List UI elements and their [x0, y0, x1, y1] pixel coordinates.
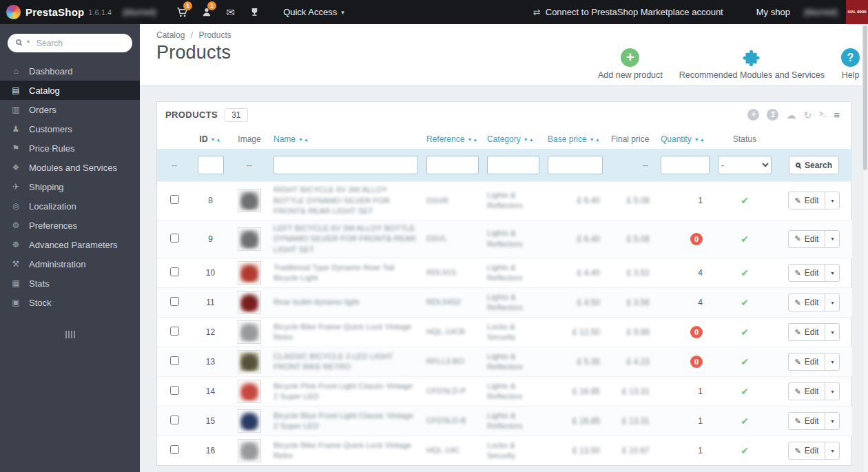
sidebar-item-dashboard[interactable]: ⌂ Dashboard — [0, 61, 140, 81]
sort-carets-icon[interactable]: ▼▲ — [590, 137, 601, 142]
search-button[interactable]: Search — [789, 156, 839, 174]
filter-quantity-input[interactable] — [661, 156, 710, 174]
product-name[interactable]: CLASSIC BICYCLE 3 LED LIGHT FRONT BIKE R… — [273, 351, 418, 373]
edit-dropdown-toggle[interactable]: ▾ — [825, 442, 839, 459]
filter-reference-input[interactable] — [426, 156, 479, 174]
filter-base-price-input[interactable] — [548, 156, 603, 174]
edit-button[interactable]: ✎Edit — [789, 353, 825, 370]
sort-carets-icon[interactable]: ▼▲ — [467, 137, 478, 142]
row-checkbox[interactable] — [170, 386, 179, 395]
sidebar-item-stats[interactable]: ▦ Stats — [0, 274, 140, 293]
sidebar-item-customers[interactable]: ♟ Customers — [0, 119, 140, 138]
col-category[interactable]: Category▼▲ — [483, 127, 544, 149]
sidebar-item-price-rules[interactable]: ⚑ Price Rules — [0, 138, 140, 158]
filter-category-input[interactable] — [487, 156, 539, 174]
product-image[interactable] — [238, 320, 261, 344]
sidebar-item-shipping[interactable]: ✈ Shipping — [0, 177, 140, 196]
sidebar-item-preferences[interactable]: ⚙ Preferences — [0, 216, 140, 235]
badges-icon[interactable] — [242, 0, 267, 24]
marketplace-link[interactable]: ⇄ Connect to PrestaShop Marketplace acco… — [533, 7, 723, 17]
cart-notifications-icon[interactable]: 1 — [170, 0, 194, 24]
breadcrumb-catalog[interactable]: Catalog — [156, 30, 185, 40]
row-checkbox[interactable] — [170, 195, 179, 204]
edit-button[interactable]: ✎Edit — [789, 192, 825, 209]
status-enabled-icon[interactable]: ✔ — [741, 195, 749, 206]
status-enabled-icon[interactable]: ✔ — [741, 297, 749, 308]
row-checkbox[interactable] — [170, 445, 179, 454]
edit-dropdown-toggle[interactable]: ▾ — [825, 265, 839, 281]
edit-dropdown-toggle[interactable]: ▾ — [825, 324, 839, 340]
status-enabled-icon[interactable]: ✔ — [741, 445, 749, 456]
refresh-icon[interactable]: ↻ — [803, 110, 812, 120]
row-checkbox[interactable] — [170, 327, 179, 336]
status-enabled-icon[interactable]: ✔ — [741, 234, 749, 245]
add-icon[interactable]: + — [747, 109, 759, 121]
col-base-price[interactable]: Base price▼▲ — [544, 127, 607, 149]
col-name[interactable]: Name▼▲ — [269, 127, 422, 149]
edit-dropdown-toggle[interactable]: ▾ — [825, 231, 839, 247]
product-image[interactable] — [238, 380, 261, 403]
sidebar-item-administration[interactable]: ⚒ Administration — [0, 254, 140, 274]
col-reference[interactable]: Reference▼▲ — [422, 127, 483, 149]
edit-button[interactable]: ✎Edit — [789, 294, 825, 311]
edit-button[interactable]: ✎Edit — [789, 324, 825, 340]
vertical-scrollbar[interactable] — [862, 24, 868, 472]
product-name[interactable]: LEFT BICYCLE 6V 3W ALLOY BOTTLE DYNAMO S… — [273, 223, 418, 256]
product-name[interactable]: RIGHT BICYCLE 6V 3W ALLOY BOTTLE DYNAMO … — [273, 185, 418, 217]
messages-icon[interactable]: ✉ — [218, 0, 242, 24]
edit-button[interactable]: ✎Edit — [789, 442, 825, 459]
edit-dropdown-toggle[interactable]: ▾ — [825, 353, 839, 370]
product-image[interactable] — [238, 261, 261, 285]
row-checkbox[interactable] — [170, 234, 179, 243]
edit-dropdown-toggle[interactable]: ▾ — [825, 383, 839, 400]
row-checkbox[interactable] — [170, 356, 179, 365]
product-name[interactable]: Bicycle Blue Front Light Classic Vintage… — [273, 411, 418, 432]
my-shop-link[interactable]: My shop — [756, 7, 790, 17]
cloud-import-icon[interactable]: ☁ — [786, 110, 796, 120]
edit-button[interactable]: ✎Edit — [789, 231, 825, 247]
edit-button[interactable]: ✎Edit — [789, 383, 825, 400]
sidebar-item-advanced-parameters[interactable]: ☸ Advanced Parameters — [0, 235, 140, 254]
sidebar-item-localization[interactable]: ◎ Localization — [0, 196, 140, 216]
export-icon[interactable]: ↥ — [767, 109, 778, 121]
sort-carets-icon[interactable]: ▼▲ — [211, 137, 222, 142]
status-enabled-icon[interactable]: ✔ — [741, 267, 749, 278]
sort-carets-icon[interactable]: ▼▲ — [694, 137, 705, 142]
product-name[interactable]: Traditional Type Dynamo Rear Tail Bicycl… — [273, 263, 418, 284]
sidebar-item-modules[interactable]: ❖ Modules and Services — [0, 158, 140, 177]
product-name[interactable]: Bicycle Bike Frame Quick Lock Vintage Re… — [273, 322, 418, 343]
row-checkbox[interactable] — [170, 415, 179, 424]
sort-carets-icon[interactable]: ▼▲ — [298, 137, 309, 142]
product-image[interactable] — [238, 227, 261, 251]
status-enabled-icon[interactable]: ✔ — [741, 356, 749, 367]
sidebar-item-catalog[interactable]: ▤ Catalog — [0, 81, 140, 100]
product-name[interactable]: Bicycle Pink Front Light Classic Vintage… — [273, 381, 418, 402]
edit-dropdown-toggle[interactable]: ▾ — [825, 413, 839, 429]
product-name[interactable]: Bicycle Bike Frame Quick Lock Vintage Re… — [273, 440, 418, 462]
sort-carets-icon[interactable]: ▼▲ — [524, 137, 535, 142]
quick-access-menu[interactable]: Quick Access ▾ — [283, 7, 344, 17]
product-image[interactable] — [238, 189, 261, 212]
add-new-product-button[interactable]: + Add new product — [598, 48, 663, 80]
status-enabled-icon[interactable]: ✔ — [741, 386, 749, 397]
filter-id-input[interactable] — [198, 156, 224, 174]
row-checkbox[interactable] — [170, 267, 179, 276]
edit-dropdown-toggle[interactable]: ▾ — [825, 294, 839, 311]
edit-button[interactable]: ✎Edit — [789, 265, 825, 281]
sidebar-item-stock[interactable]: ▣ Stock — [0, 293, 140, 312]
col-id[interactable]: ID▼▲ — [192, 127, 229, 149]
breadcrumb-products[interactable]: Products — [198, 30, 231, 40]
terminal-icon[interactable]: >_ — [819, 112, 826, 119]
status-enabled-icon[interactable]: ✔ — [741, 415, 749, 427]
edit-button[interactable]: ✎Edit — [789, 413, 825, 429]
search-scope-caret-icon[interactable]: ▾ — [27, 39, 30, 45]
row-checkbox[interactable] — [170, 297, 179, 306]
recommended-modules-button[interactable]: Recommended Modules and Services — [679, 48, 825, 80]
edit-dropdown-toggle[interactable]: ▾ — [825, 192, 839, 209]
collapse-sidebar-icon[interactable] — [65, 331, 75, 338]
filter-name-input[interactable] — [273, 156, 418, 174]
col-quantity[interactable]: Quantity▼▲ — [657, 127, 714, 149]
database-icon[interactable]: ≡ — [834, 110, 840, 120]
filter-status-select[interactable]: - — [718, 156, 772, 174]
product-image[interactable] — [238, 439, 261, 462]
